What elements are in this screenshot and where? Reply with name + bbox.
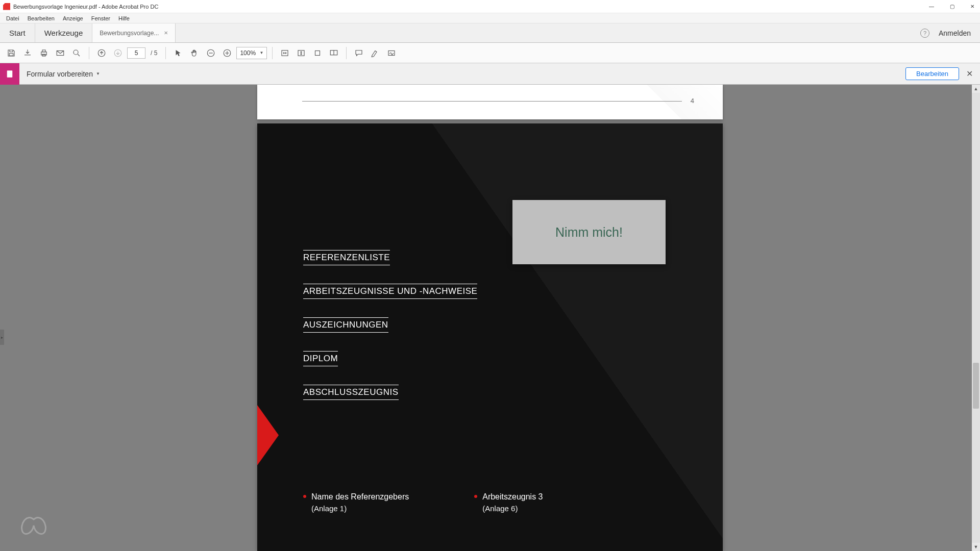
- tab-document-label: Bewerbungsvorlage...: [100, 30, 159, 37]
- prepare-form-bar: Formular vorbereiten ▼ Bearbeiten ✕: [0, 63, 980, 85]
- tab-home[interactable]: Start: [0, 23, 35, 42]
- title-bar: Bewerbungsvorlage Ingenieur.pdf - Adobe …: [0, 0, 980, 13]
- svg-rect-0: [9, 53, 13, 56]
- signature-icon[interactable]: [384, 46, 399, 60]
- menu-help[interactable]: Hilfe: [114, 15, 134, 21]
- zoom-out-icon[interactable]: [204, 46, 218, 60]
- page-number-input[interactable]: [127, 47, 145, 59]
- prev-page-number: 4: [691, 97, 694, 105]
- tab-close-icon[interactable]: ✕: [164, 30, 168, 36]
- form-mode-icon: [0, 63, 19, 85]
- callout-text: Nimm mich!: [555, 225, 623, 240]
- page-down-icon[interactable]: [111, 46, 125, 60]
- scroll-track[interactable]: [972, 93, 980, 543]
- bullet-icon: [303, 495, 306, 498]
- rotate-icon[interactable]: [310, 46, 325, 60]
- page-current: Nimm mich! ☝ REFERENZENLISTE ARBEITSZEUG…: [257, 123, 723, 551]
- menu-file[interactable]: Datei: [2, 15, 23, 21]
- svg-rect-1: [41, 52, 47, 55]
- form-mode-dropdown[interactable]: Formular vorbereiten ▼: [19, 70, 107, 78]
- zoom-value: 100%: [240, 49, 256, 57]
- comment-icon[interactable]: [352, 46, 366, 60]
- mail-icon[interactable]: [53, 46, 67, 60]
- zoom-in-icon[interactable]: [220, 46, 234, 60]
- reference-columns: Name des Referenzgebers (Anlage 1) Arbei…: [303, 491, 543, 515]
- save-icon[interactable]: [4, 46, 18, 60]
- section-heading: DIPLOM: [303, 351, 338, 366]
- zoom-dropdown[interactable]: 100% ▼: [236, 47, 267, 59]
- form-button-field[interactable]: Nimm mich! ☝: [512, 200, 666, 264]
- hand-tool-icon[interactable]: [187, 46, 202, 60]
- close-panel-icon[interactable]: ✕: [966, 69, 973, 79]
- page-total-label: / 5: [148, 49, 160, 57]
- page-up-icon[interactable]: [94, 46, 109, 60]
- section-list: REFERENZENLISTE ARBEITSZEUGNISSE UND -NA…: [303, 250, 477, 400]
- page-previous: 4: [257, 85, 723, 119]
- chevron-down-icon: ▼: [259, 51, 263, 55]
- acrobat-icon: [3, 3, 10, 10]
- list-item: Name des Referenzgebers (Anlage 1): [303, 491, 409, 515]
- menu-bar: Datei Bearbeiten Anzeige Fenster Hilfe: [0, 13, 980, 23]
- help-icon[interactable]: ?: [920, 29, 929, 38]
- minimize-button[interactable]: —: [927, 4, 936, 9]
- read-mode-icon[interactable]: [327, 46, 341, 60]
- maximize-button[interactable]: ▢: [947, 4, 957, 9]
- highlight-icon[interactable]: [368, 46, 382, 60]
- select-tool-icon[interactable]: [171, 46, 185, 60]
- search-icon[interactable]: [69, 46, 84, 60]
- section-heading: AUSZEICHNUNGEN: [303, 317, 388, 333]
- fit-width-icon[interactable]: [278, 46, 292, 60]
- chevron-down-icon: ▼: [96, 71, 100, 76]
- main-toolbar: / 5 100% ▼: [0, 43, 980, 63]
- svg-point-5: [74, 50, 78, 55]
- section-heading: ABSCHLUSSZEUGNIS: [303, 385, 399, 400]
- scroll-down-icon[interactable]: ▼: [972, 543, 980, 551]
- list-item: Arbeitszeugnis 3 (Anlage 6): [474, 491, 543, 515]
- side-panel-handle[interactable]: ▸: [0, 330, 4, 345]
- scroll-up-icon[interactable]: ▲: [972, 85, 980, 93]
- section-heading: REFERENZENLISTE: [303, 250, 390, 265]
- close-button[interactable]: ✕: [968, 4, 977, 9]
- edit-button[interactable]: Bearbeiten: [905, 67, 959, 80]
- document-viewport[interactable]: ▸ 4 Nimm mich! ☝ REFERENZENLISTE ARBEITS…: [0, 85, 980, 551]
- tab-document[interactable]: Bewerbungsvorlage... ✕: [92, 23, 176, 42]
- print-icon[interactable]: [37, 46, 51, 60]
- tab-bar: Start Werkzeuge Bewerbungsvorlage... ✕ ?…: [0, 23, 980, 43]
- section-heading: ARBEITSZEUGNISSE UND -NACHWEISE: [303, 284, 477, 299]
- svg-rect-2: [42, 50, 45, 52]
- tab-tools[interactable]: Werkzeuge: [35, 23, 93, 42]
- bullet-icon: [474, 495, 477, 498]
- menu-window[interactable]: Fenster: [87, 15, 114, 21]
- watermark-logo: [17, 509, 50, 539]
- window-title: Bewerbungsvorlage Ingenieur.pdf - Adobe …: [13, 4, 158, 10]
- svg-rect-12: [315, 51, 320, 55]
- fit-page-icon[interactable]: [294, 46, 308, 60]
- menu-view[interactable]: Anzeige: [59, 15, 87, 21]
- sign-in-link[interactable]: Anmelden: [939, 29, 971, 37]
- menu-edit[interactable]: Bearbeiten: [23, 15, 59, 21]
- vertical-scrollbar[interactable]: ▲ ▼: [972, 85, 980, 551]
- cloud-save-icon[interactable]: [20, 46, 35, 60]
- scroll-thumb[interactable]: [973, 363, 979, 409]
